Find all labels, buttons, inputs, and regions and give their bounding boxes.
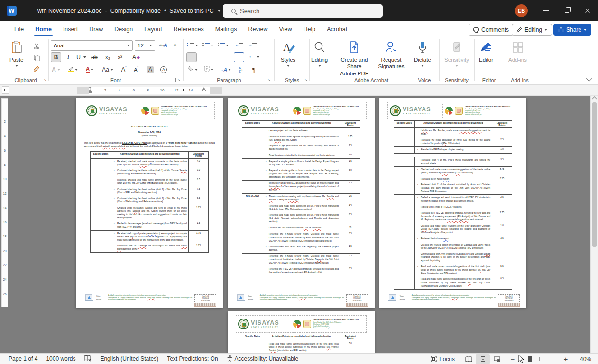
enclose-characters-button[interactable]: A xyxy=(158,64,169,74)
tab-selector[interactable] xyxy=(2,86,9,94)
clipboard-dialog-launcher[interactable]: ↘ xyxy=(42,78,46,82)
editing-mode-button[interactable]: Editing xyxy=(512,24,552,36)
paragraph-dialog-launcher[interactable]: ↘ xyxy=(266,78,270,82)
tab-acrobat[interactable]: Acrobat xyxy=(321,22,353,36)
close-button[interactable] xyxy=(577,0,598,21)
share-button[interactable]: Share xyxy=(553,24,591,36)
focus-button[interactable]: Focus xyxy=(431,356,455,363)
italic-button[interactable]: I xyxy=(63,52,74,62)
strikethrough-button[interactable]: ab xyxy=(89,52,100,62)
tab-home[interactable]: Home xyxy=(29,22,57,36)
language-indicator[interactable]: English (United States) xyxy=(100,355,158,362)
numbering-button[interactable] xyxy=(202,40,214,50)
decrease-indent-button[interactable]: ← xyxy=(234,40,244,50)
tab-layout[interactable]: Layout xyxy=(138,22,168,36)
editing-button[interactable]: Editing xyxy=(311,40,328,67)
shrink-font-button[interactable]: Aˇ xyxy=(131,64,141,74)
document-page-1[interactable]: VISAYAS STATE UNIVERSITY DEPARTMENT OF F… xyxy=(76,98,223,308)
saved-status[interactable]: Saved to this PC xyxy=(169,8,213,14)
vertical-ruler[interactable]: 2468101214161820222426 xyxy=(1,98,8,307)
page-indicator[interactable]: Page 1 of 4 xyxy=(9,355,37,362)
tab-insert[interactable]: Insert xyxy=(57,22,83,36)
shading-button[interactable] xyxy=(186,64,199,74)
comments-button[interactable]: Comments xyxy=(469,24,514,36)
scroll-up-arrow-icon[interactable] xyxy=(592,97,597,101)
styles-dialog-launcher[interactable]: ↘ xyxy=(303,78,307,82)
request-signatures-button[interactable]: Request Signatures xyxy=(376,40,407,70)
character-shading-button[interactable]: A xyxy=(145,64,156,74)
character-border-button[interactable]: A xyxy=(170,40,180,50)
hanging-indent-marker[interactable] xyxy=(89,89,92,91)
tab-view[interactable]: View xyxy=(274,22,298,36)
tab-stop-marker[interactable] xyxy=(183,89,185,91)
collapse-ribbon-chevron-icon[interactable] xyxy=(586,75,592,82)
left-indent-marker[interactable] xyxy=(89,91,92,93)
print-layout-button[interactable] xyxy=(476,354,490,364)
subscript-button[interactable]: x₂ xyxy=(102,52,113,62)
text-predictions-indicator[interactable]: Text Predictions: On xyxy=(167,355,218,362)
tab-file[interactable]: File xyxy=(9,22,29,36)
multilevel-list-button[interactable] xyxy=(217,40,229,50)
zoom-slider-thumb[interactable] xyxy=(528,356,532,362)
account-avatar[interactable]: EB xyxy=(515,4,528,17)
bold-button[interactable]: B xyxy=(51,52,61,62)
show-formatting-marks-button[interactable]: ¶ xyxy=(248,64,259,74)
word-app-icon[interactable]: W xyxy=(7,6,17,16)
tab-draw[interactable]: Draw xyxy=(83,22,109,36)
cut-button[interactable] xyxy=(31,41,42,51)
scrollbar-thumb[interactable] xyxy=(592,102,597,247)
font-size-select[interactable]: 12 xyxy=(135,40,155,51)
paste-button[interactable]: Paste xyxy=(9,40,23,67)
dictate-button[interactable]: Dictate xyxy=(414,40,431,67)
distribute-button[interactable] xyxy=(234,52,244,62)
font-dialog-launcher[interactable]: ↘ xyxy=(175,78,180,82)
search-input[interactable]: Search xyxy=(223,4,383,18)
phonetic-guide-button[interactable]: abcA xyxy=(157,40,169,50)
editor-button[interactable]: Editor xyxy=(479,40,493,63)
text-effects-button[interactable]: A xyxy=(51,64,61,74)
tab-mailings[interactable]: Mailings xyxy=(210,22,243,36)
borders-button[interactable] xyxy=(202,64,215,74)
tab-references[interactable]: References xyxy=(168,22,210,36)
justify-button[interactable] xyxy=(222,52,232,62)
increase-indent-button[interactable]: → xyxy=(247,40,258,50)
align-left-button[interactable] xyxy=(186,52,197,62)
zoom-slider[interactable] xyxy=(520,359,558,360)
bullets-button[interactable] xyxy=(186,40,199,50)
proofing-icon[interactable] xyxy=(84,355,92,363)
vertical-scrollbar[interactable] xyxy=(590,96,598,353)
sort-button[interactable]: AZ↓ xyxy=(235,64,247,74)
change-case-button[interactable]: Aa xyxy=(101,64,115,74)
chevron-down-icon[interactable] xyxy=(218,10,221,12)
highlight-color-button[interactable] xyxy=(66,64,79,74)
zoom-in-button[interactable]: + xyxy=(562,355,570,363)
document-page-3[interactable]: VISAYAS STATE UNIVERSITY DEPARTMENT OF F… xyxy=(379,98,526,308)
first-line-indent-marker[interactable] xyxy=(89,87,92,89)
accessibility-status[interactable]: Accessibility: Unavailable xyxy=(235,355,299,362)
copy-button[interactable] xyxy=(31,53,42,63)
superscript-button[interactable]: x² xyxy=(115,52,125,62)
zoom-out-button[interactable]: − xyxy=(509,355,516,363)
minimize-button[interactable] xyxy=(535,0,556,21)
line-spacing-button[interactable]: ↕ xyxy=(248,52,261,62)
grow-font-button[interactable]: Aˆ xyxy=(119,64,129,74)
align-right-button[interactable] xyxy=(210,52,221,62)
font-color-button[interactable]: A xyxy=(83,64,96,74)
create-share-pdf-button[interactable]: Create and Share Adobe PDF xyxy=(336,40,373,77)
read-mode-button[interactable] xyxy=(461,354,476,364)
character-scaling-button[interactable]: ↔A xyxy=(219,64,232,74)
clear-formatting-button[interactable]: A◆ xyxy=(130,52,142,62)
document-canvas[interactable]: VISAYAS STATE UNIVERSITY DEPARTMENT OF F… xyxy=(0,96,590,353)
tab-review[interactable]: Review xyxy=(243,22,274,36)
restore-button[interactable] xyxy=(556,0,577,21)
document-page-2[interactable]: VISAYAS STATE UNIVERSITY DEPARTMENT OF F… xyxy=(228,98,375,308)
word-count[interactable]: 1000 words xyxy=(46,355,75,362)
tab-help[interactable]: Help xyxy=(297,22,321,36)
font-family-select[interactable]: Arial xyxy=(51,40,133,51)
underline-button[interactable]: U xyxy=(74,52,83,62)
styles-button[interactable]: A Styles xyxy=(281,40,295,67)
accessibility-icon[interactable] xyxy=(227,355,233,363)
underline-dropdown[interactable] xyxy=(83,56,86,58)
tab-design[interactable]: Design xyxy=(109,22,138,36)
zoom-percentage[interactable]: 40% xyxy=(570,356,591,363)
